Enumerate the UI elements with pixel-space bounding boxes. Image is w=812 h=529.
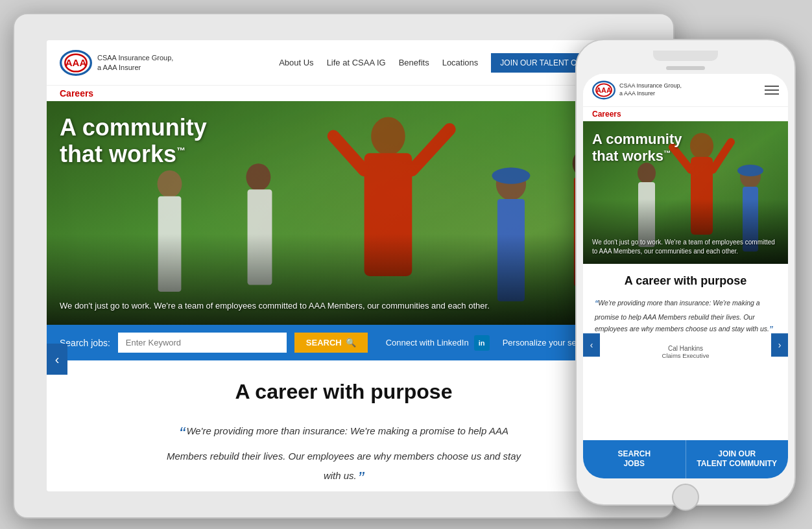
svg-point-25 (638, 163, 656, 183)
svg-text:AAA: AAA (66, 57, 87, 68)
carousel-left-arrow[interactable]: ‹ (47, 344, 67, 375)
tablet-content: A career with purpose “We're providing m… (47, 360, 641, 491)
search-button[interactable]: SEARCH 🔍 (294, 333, 368, 353)
tablet-hero: A community that works™ We don't just go… (47, 101, 641, 325)
phone-hero-subtext: We don't just go to work. We're a team o… (592, 238, 779, 256)
phone-join-talent-button[interactable]: JOIN OURTALENT COMMUNITY (686, 440, 789, 478)
phone-hero: A community that works™ We don't just go… (583, 121, 788, 264)
search-bar: Search jobs: SEARCH 🔍 Connect with Linke… (47, 325, 641, 360)
svg-point-28 (737, 165, 763, 176)
phone-hero-headline: A community that works™ (592, 131, 682, 165)
tablet-navbar: AAA CSAA Insurance Group, a AAA Insurer … (47, 40, 641, 86)
nav-life[interactable]: Life at CSAA IG (327, 58, 386, 67)
phone-screen: AAA CSAA Insurance Group, a AAA Insurer … (583, 74, 788, 478)
phone-content: A career with purpose “We're providing m… (583, 264, 788, 440)
phone-logo-text: CSAA Insurance Group, a AAA Insurer (619, 82, 682, 97)
careers-label: Careers (47, 86, 641, 101)
quote-container: “We're providing more than insurance: We… (162, 419, 525, 491)
svg-point-21 (690, 133, 713, 159)
quote-text: “We're providing more than insurance: We… (162, 419, 525, 491)
phone-quote-text: “We're providing more than insurance: We… (592, 297, 779, 338)
search-icon: 🔍 (346, 338, 356, 347)
hero-text-top: A community that works™ (60, 114, 207, 168)
phone-navbar: AAA CSAA Insurance Group, a AAA Insurer (583, 74, 788, 107)
nav-about[interactable]: About Us (279, 58, 313, 67)
svg-point-8 (246, 163, 270, 191)
quote-open-icon: “ (179, 423, 185, 443)
phone-home-button[interactable] (672, 484, 699, 511)
phone-logo: AAA CSAA Insurance Group, a AAA Insurer (592, 80, 682, 100)
svg-point-11 (492, 167, 530, 183)
phone-carousel-left-arrow[interactable]: ‹ (583, 333, 600, 357)
svg-point-4 (371, 117, 405, 156)
logo-text: CSAA Insurance Group, a AAA Insurer (97, 53, 173, 72)
phone-speaker (666, 66, 705, 70)
career-purpose-title: A career with purpose (73, 380, 615, 404)
linkedin-icon: in (474, 335, 490, 351)
phone-carousel-right-arrow[interactable]: › (771, 333, 788, 357)
phone-device: AAA CSAA Insurance Group, a AAA Insurer … (575, 39, 796, 506)
phone-camera (653, 51, 718, 61)
quote-close-icon: ” (358, 468, 364, 488)
phone-bottom-buttons: SEARCHJOBS JOIN OURTALENT COMMUNITY (583, 440, 788, 478)
phone-aaa-logo: AAA (592, 80, 615, 100)
search-input[interactable] (118, 333, 287, 353)
hero-headline: A community that works™ (60, 114, 207, 168)
svg-point-15 (158, 170, 182, 198)
aaa-logo: AAA CSAA Insurance Group, a AAA Insurer (60, 50, 173, 76)
linkedin-connect[interactable]: Connect with LinkedIn in (386, 335, 490, 351)
svg-text:AAA: AAA (596, 86, 612, 94)
phone-careers-label: Careers (583, 107, 788, 121)
scene: AAA CSAA Insurance Group, a AAA Insurer … (0, 0, 812, 529)
phone-career-title: A career with purpose (592, 274, 779, 288)
nav-locations[interactable]: Locations (442, 58, 479, 67)
hero-subtext: We don't just go to work. We're a team o… (60, 300, 628, 312)
phone-quote-author: Cal Hankins (592, 345, 779, 352)
aaa-logo-icon: AAA (60, 50, 92, 76)
tablet-screen: AAA CSAA Insurance Group, a AAA Insurer … (47, 40, 641, 491)
phone-search-jobs-button[interactable]: SEARCHJOBS (583, 440, 686, 478)
nav-benefits[interactable]: Benefits (399, 58, 429, 67)
phone-quote-title: Claims Executive (592, 352, 779, 359)
phone-hero-text-top: A community that works™ (592, 131, 682, 165)
hamburger-menu[interactable] (765, 86, 779, 95)
